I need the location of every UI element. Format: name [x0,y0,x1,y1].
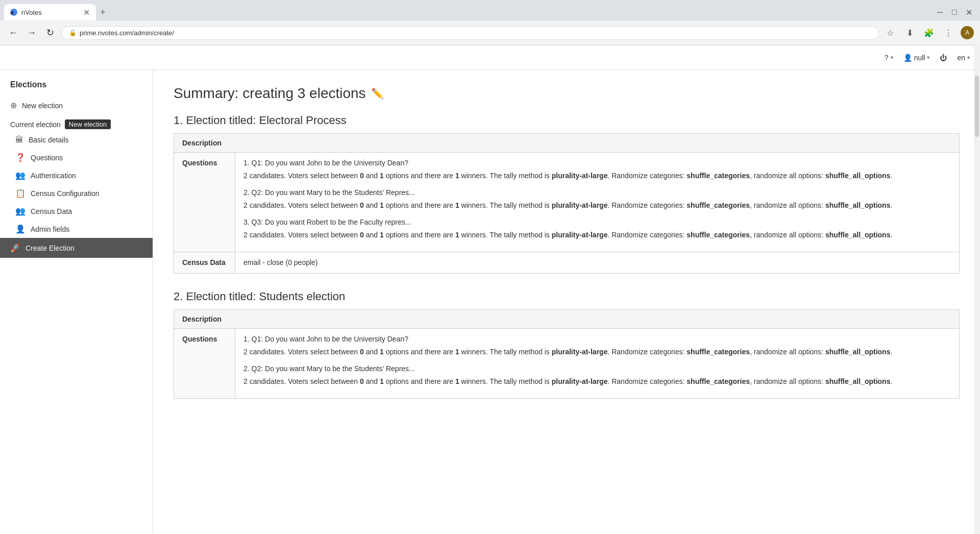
forward-button[interactable]: → [24,26,39,40]
questions-label-cell-2: Questions [174,329,235,399]
power-icon: ⏻ [940,54,947,62]
questions-label: Questions [31,154,63,162]
rocket-icon: 🚀 [10,243,20,253]
help-menu[interactable]: ? ▾ [885,54,893,62]
auth-icon: 👥 [15,171,26,180]
language-dropdown-arrow: ▾ [967,55,970,60]
election-1-title: 1. Election titled: Electoral Process [174,114,960,127]
election-2-table: Description Questions [174,309,960,399]
top-nav-items: ? ▾ 👤 null ▾ ⏻ en ▾ [885,54,970,62]
scrollbar-track[interactable] [974,70,980,534]
active-tab[interactable]: ● nVotes ✕ [4,4,96,20]
question-1-1-details: 2 candidates. Voters select between 0 an… [243,171,951,181]
questions-row-2: Questions 1. Q1: Do you want John to be … [174,329,960,399]
question-2-2-title: 2. Q2: Do you want Mary to be the Studen… [243,363,951,374]
help-icon: ? [885,54,889,62]
language-menu[interactable]: en ▾ [957,54,970,62]
new-tab-button[interactable]: + [96,7,110,18]
sidebar-item-census-config[interactable]: 📋 Census Configuration [0,184,153,202]
question-1-2-title: 2. Q2: Do you want Mary to be the Studen… [243,187,951,198]
main-content: Summary: creating 3 elections ✏️ 1. Elec… [153,70,980,534]
user-menu[interactable]: 👤 null ▾ [903,54,930,62]
census-data-value-1: email - close (0 people) [235,252,960,274]
description-header: Description [174,134,960,153]
close-window-button[interactable]: ✕ [962,5,976,19]
building-icon: 🏛 [15,135,23,144]
current-election-label: Current election New election [0,115,153,131]
top-nav: ? ▾ 👤 null ▾ ⏻ en ▾ [0,45,980,70]
census-data-icon: 👥 [15,206,26,216]
minimize-button[interactable]: ─ [933,5,947,19]
lock-icon: 🔒 [69,29,77,36]
question-1-2-details: 2 candidates. Voters select between 0 an… [243,200,951,211]
reload-button[interactable]: ↻ [43,26,57,40]
new-election-label: New election [22,102,63,110]
help-dropdown-arrow: ▾ [891,55,893,60]
maximize-button[interactable]: □ [947,5,962,19]
user-dropdown-arrow: ▾ [927,55,929,60]
current-election-badge: New election [65,119,111,129]
download-button[interactable]: ⬇ [902,26,917,40]
question-item-1-2: 2. Q2: Do you want Mary to be the Studen… [243,187,951,211]
user-label: null [914,54,925,62]
questions-row-1: Questions 1. Q1: Do you want John to be … [174,153,960,252]
question-item-1-3: 3. Q3: Do you want Robert to be the Facu… [243,217,951,240]
question-2-1-title: 1. Q1: Do you want John to be the Univer… [243,334,951,345]
sidebar-item-admin-fields[interactable]: 👤 Admin fields [0,220,153,238]
sidebar: Elections ⊕ New election Current electio… [0,70,153,534]
admin-fields-label: Admin fields [31,225,69,233]
question-item-2-2: 2. Q2: Do you want Mary to be the Studen… [243,363,951,387]
election-section-1: 1. Election titled: Electoral Process De… [174,114,960,274]
language-label: en [957,54,965,62]
questions-content-2: 1. Q1: Do you want John to be the Univer… [235,329,960,399]
profile-avatar[interactable]: A [961,26,974,39]
sidebar-item-basic-details[interactable]: 🏛 Basic details [0,131,153,149]
current-election-text: Current election [10,120,61,129]
question-1-3-details: 2 candidates. Voters select between 0 an… [243,230,951,240]
census-data-row-1: Census Data email - close (0 people) [174,252,960,274]
edit-icon[interactable]: ✏️ [371,87,384,100]
description-header-2: Description [174,310,960,329]
page-title-text: Summary: creating 3 elections [174,85,366,102]
menu-button[interactable]: ⋮ [941,26,955,40]
admin-icon: 👤 [15,224,26,234]
url-text: prime.nvotes.com/admin/create/ [80,29,174,37]
sidebar-item-new-election[interactable]: ⊕ New election [0,95,153,115]
question-2-2-details: 2 candidates. Voters select between 0 an… [243,376,951,387]
page-title: Summary: creating 3 elections ✏️ [174,85,960,102]
census-config-icon: 📋 [15,188,26,198]
address-bar[interactable]: 🔒 prime.nvotes.com/admin/create/ [61,26,879,40]
census-config-label: Census Configuration [31,189,100,198]
question-2-1-details: 2 candidates. Voters select between 0 an… [243,347,951,357]
sidebar-item-create-election[interactable]: 🚀 Create Election [0,238,153,258]
question-icon: ❓ [15,153,26,162]
tab-title: nVotes [21,9,79,16]
user-icon: 👤 [903,54,912,62]
questions-content-1: 1. Q1: Do you want John to be the Univer… [235,153,960,252]
sidebar-item-census-data[interactable]: 👥 Census Data [0,202,153,220]
election-1-table: Description Questions [174,133,960,274]
question-1-1-title: 1. Q1: Do you want John to be the Univer… [243,158,951,168]
elections-section-title: Elections [0,80,153,95]
back-button[interactable]: ← [6,26,20,40]
power-button[interactable]: ⏻ [940,54,947,62]
election-section-2: 2. Election titled: Students election De… [174,290,960,399]
extensions-button[interactable]: 🧩 [922,26,936,40]
browser-chrome: ● nVotes ✕ + ─ □ ✕ ← → ↻ 🔒 prime.nvotes.… [0,0,980,45]
authentication-label: Authentication [31,172,76,180]
scrollbar-thumb[interactable] [975,76,979,137]
create-election-label: Create Election [26,244,75,252]
election-2-title: 2. Election titled: Students election [174,290,960,303]
tab-close-button[interactable]: ✕ [83,8,90,17]
browser-actions: ☆ ⬇ 🧩 ⋮ A [883,26,974,40]
sidebar-item-authentication[interactable]: 👥 Authentication [0,166,153,184]
census-data-label: Census Data [31,207,72,215]
plus-icon: ⊕ [10,101,17,110]
address-bar-row: ← → ↻ 🔒 prime.nvotes.com/admin/create/ ☆… [0,20,980,45]
census-data-label-cell-1: Census Data [174,252,235,274]
question-item-1-1: 1. Q1: Do you want John to be the Univer… [243,158,951,181]
sidebar-item-questions[interactable]: ❓ Questions [0,149,153,166]
question-1-3-title: 3. Q3: Do you want Robert to be the Facu… [243,217,951,228]
bookmark-button[interactable]: ☆ [883,26,897,40]
app-container: ? ▾ 👤 null ▾ ⏻ en ▾ Elections ⊕ New elec… [0,45,980,534]
